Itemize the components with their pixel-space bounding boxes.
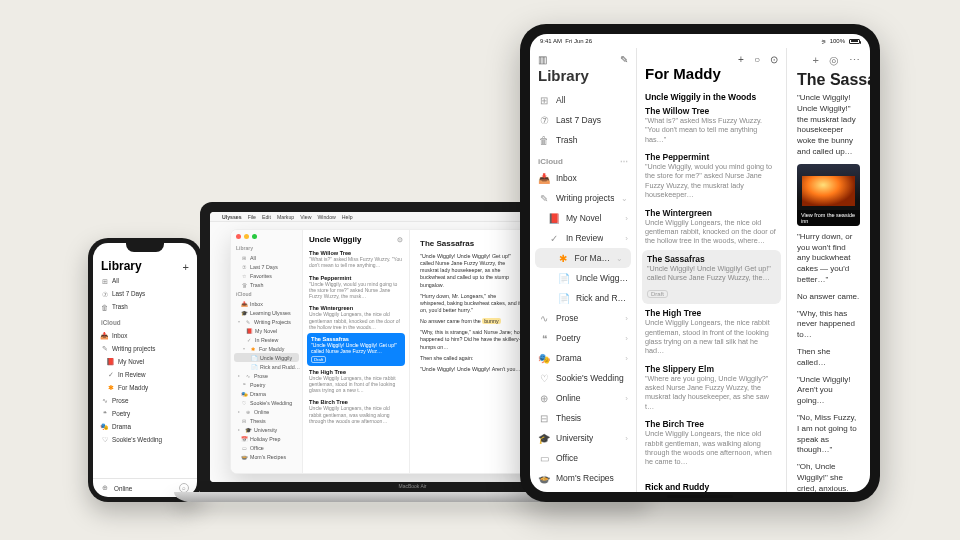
chevron-right-icon[interactable]: › [625, 314, 628, 323]
more-icon[interactable]: ⋯ [620, 157, 628, 166]
sidebar-item-mynovel[interactable]: 📕My Novel [93, 355, 197, 368]
sidebar-item-drama[interactable]: 🎭Drama› [530, 348, 636, 368]
sidebar-item-inbox[interactable]: 📥Inbox [231, 299, 302, 308]
compose-icon[interactable]: ✎ [620, 54, 628, 65]
sidebar-item-formaddy[interactable]: ▾✱For Maddy [231, 344, 302, 353]
sidebar-item-favorites[interactable]: ☆Favorites [231, 271, 302, 280]
list-settings-icon[interactable]: ⊙ [770, 54, 778, 65]
sidebar-item-rick[interactable]: 📄Rick and Rudd… [231, 362, 302, 371]
sidebar-item-office[interactable]: ▭Office [530, 448, 636, 468]
sidebar-item-uncle[interactable]: 📄Uncle Wiggily in the Wo… [530, 268, 636, 288]
sidebar-item-writing[interactable]: ✎Writing projects⌄ [530, 188, 636, 208]
chevron-right-icon[interactable]: › [625, 334, 628, 343]
sidebar-item-prose[interactable]: ∿Prose [93, 394, 197, 407]
sidebar-item-office[interactable]: ▭Office [231, 443, 302, 452]
sidebar-item-trash[interactable]: 🗑Trash [93, 301, 197, 314]
sidebar-item-wedding[interactable]: ♡Sookie's Wedding [231, 398, 302, 407]
sidebar-item-university[interactable]: 🎓University› [530, 428, 636, 448]
traffic-lights[interactable] [231, 234, 302, 243]
sidebar-item-diary[interactable]: 📔Diary [530, 488, 636, 492]
menu-app[interactable]: Ulysses [222, 214, 242, 220]
sidebar-item-writing[interactable]: ▾✎Writing Projects [231, 317, 302, 326]
menu-edit[interactable]: Edit [262, 214, 271, 220]
sidebar-item-wedding[interactable]: ♡Sookie's Wedding [530, 368, 636, 388]
sidebar-item-university[interactable]: ▸🎓University [231, 425, 302, 434]
list-settings-icon[interactable]: ⊙ [397, 236, 403, 244]
sidebar-item-mynovel[interactable]: 📕My Novel [231, 326, 302, 335]
sidebar-item-online[interactable]: ▸⊕Online [231, 407, 302, 416]
sidebar-item-last7[interactable]: ⑦Last 7 Days [530, 110, 636, 130]
sidebar-item-formaddy[interactable]: ✱For Maddy [93, 381, 197, 394]
sidebar-item-drama[interactable]: 🎭Drama [93, 420, 197, 433]
sidebar-item-rick[interactable]: 📄Rick and Ruddy [530, 288, 636, 308]
sheet-card[interactable]: The High TreeUncle Wiggily Longears, the… [637, 304, 786, 359]
sidebar-item-trash[interactable]: 🗑Trash [231, 280, 302, 289]
sheet-card[interactable]: The Peppermint"Uncle Wiggily, would you … [303, 272, 409, 303]
zoom-icon[interactable] [252, 234, 257, 239]
sidebar-toggle-icon[interactable]: ▥ [538, 54, 547, 65]
sidebar-item-learning[interactable]: 🎓Learning Ulysses [231, 308, 302, 317]
sidebar-item-all[interactable]: ⊞All [231, 253, 302, 262]
sidebar-item-formaddy[interactable]: ✱For Maddy⌄ [535, 248, 631, 268]
chevron-right-icon[interactable]: › [625, 234, 628, 243]
sidebar-item-inreview[interactable]: ✓In Review [231, 335, 302, 344]
chevron-down-icon[interactable]: ⌄ [621, 194, 628, 203]
sidebar-item-recipes[interactable]: 🍲Mom's Recipes [530, 468, 636, 488]
sheet-card-selected[interactable]: The Sassafras"Uncle Wiggily! Uncle Wiggi… [307, 333, 405, 366]
sidebar-item-prose[interactable]: ▸∿Prose [231, 371, 302, 380]
sidebar-item-recipes[interactable]: 🍲Mom's Recipes [231, 452, 302, 461]
sheet-card[interactable]: The Willow Tree"What is?" asked Miss Fuz… [637, 102, 786, 148]
sidebar-item-thesis[interactable]: ⊟Thesis [530, 408, 636, 428]
sheet-card[interactable]: The WintergreenUncle Wiggily Longears, t… [637, 204, 786, 250]
sidebar-item-last7[interactable]: ⑦Last 7 Days [231, 262, 302, 271]
sidebar-item-all[interactable]: ⊞All [93, 275, 197, 288]
chevron-right-icon[interactable]: › [625, 394, 628, 403]
add-button[interactable]: + [183, 261, 189, 273]
sheet-card[interactable]: The Slippery Elm"Where are you going, Un… [637, 360, 786, 415]
sidebar-item-online[interactable]: ⊕Online› [530, 388, 636, 408]
sidebar-item-poetry[interactable]: ❝Poetry› [530, 328, 636, 348]
disclosure-icon[interactable]: ▸ [238, 427, 242, 432]
menu-window[interactable]: Window [317, 214, 335, 220]
editor-image[interactable]: View from the seaside inn [797, 164, 860, 226]
sidebar-item-last7[interactable]: ⑦Last 7 Days [93, 288, 197, 301]
sidebar-item-trash[interactable]: 🗑Trash [530, 130, 636, 150]
disclosure-icon[interactable]: ▸ [238, 373, 242, 378]
add-icon[interactable]: + [813, 54, 819, 67]
sidebar-item-writing[interactable]: ✎Writing projects [93, 342, 197, 355]
sidebar-item-poetry[interactable]: ❝Poetry [231, 380, 302, 389]
chevron-right-icon[interactable]: › [625, 434, 628, 443]
sheet-card[interactable]: The High TreeUncle Wiggily Longears, the… [303, 366, 409, 397]
sidebar-item-inbox[interactable]: 📥Inbox [530, 168, 636, 188]
menu-file[interactable]: File [248, 214, 256, 220]
menu-markup[interactable]: Markup [277, 214, 294, 220]
footer-label[interactable]: Online [114, 485, 132, 492]
sidebar-item-inreview[interactable]: ✓In Review [93, 368, 197, 381]
sidebar-item-unclewiggily[interactable]: 📄Uncle Wiggily [234, 353, 299, 362]
sheet-card[interactable]: The WintergreenUncle Wiggily Longears, t… [303, 302, 409, 333]
sidebar-item-mynovel[interactable]: 📕My Novel› [530, 208, 636, 228]
orb-icon[interactable]: ○ [754, 54, 760, 65]
minimize-icon[interactable] [244, 234, 249, 239]
sidebar-item-drama[interactable]: 🎭Drama [231, 389, 302, 398]
disclosure-icon[interactable]: ▾ [243, 346, 247, 351]
disclosure-icon[interactable]: ▾ [238, 319, 242, 324]
add-sheet-icon[interactable]: + [738, 54, 744, 65]
chevron-down-icon[interactable]: ⌄ [616, 254, 623, 263]
menu-help[interactable]: Help [342, 214, 353, 220]
sidebar-item-wedding[interactable]: ♡Sookie's Wedding [93, 433, 197, 446]
sheet-card[interactable]: The Birch TreeUncle Wiggily Longears, th… [303, 396, 409, 427]
sidebar-item-poetry[interactable]: ❝Poetry [93, 407, 197, 420]
sheet-card[interactable]: The Willow Tree"What is?" asked Miss Fuz… [303, 247, 409, 272]
menu-view[interactable]: View [300, 214, 311, 220]
sidebar-item-thesis[interactable]: ⊟Thesis [231, 416, 302, 425]
sidebar-item-holiday[interactable]: 📅Holiday Prep [231, 434, 302, 443]
chevron-right-icon[interactable]: › [625, 214, 628, 223]
sheet-card-selected[interactable]: The Sassafras"Uncle Wiggily! Uncle Wiggi… [642, 250, 781, 305]
close-icon[interactable] [236, 234, 241, 239]
ipad-editor[interactable]: + ◎ ⋯ The Sassafras "Uncle Wiggily! Uncl… [787, 48, 870, 492]
sidebar-item-all[interactable]: ⊞All [530, 90, 636, 110]
sidebar-item-prose[interactable]: ∿Prose› [530, 308, 636, 328]
sheet-card[interactable]: The Peppermint"Uncle Wiggily, would you … [637, 148, 786, 203]
disclosure-icon[interactable]: ▸ [238, 409, 242, 414]
